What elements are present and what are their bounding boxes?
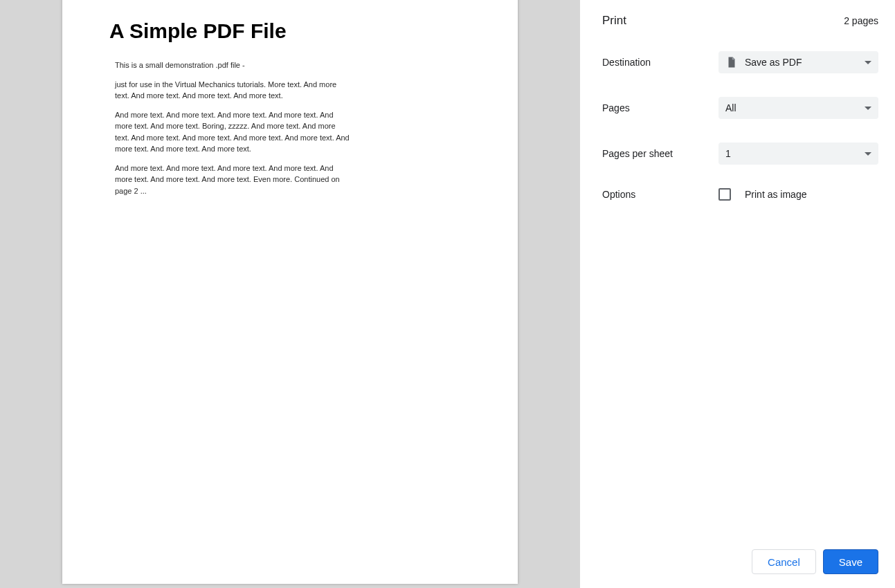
- file-icon: [725, 56, 738, 68]
- cancel-button[interactable]: Cancel: [752, 549, 816, 574]
- pages-row: Pages All: [602, 97, 878, 119]
- doc-paragraph: And more text. And more text. And more t…: [115, 163, 352, 197]
- print-sidebar: Print 2 pages Destination Save as PDF Pa…: [580, 0, 895, 588]
- pages-select[interactable]: All: [718, 97, 878, 119]
- chevron-down-icon: [865, 152, 871, 156]
- pages-value: All: [725, 102, 736, 113]
- doc-paragraph: And more text. And more text. And more t…: [115, 109, 352, 155]
- sidebar-header: Print 2 pages: [602, 14, 878, 28]
- doc-title: A Simple PDF File: [109, 19, 471, 43]
- pages-per-sheet-row: Pages per sheet 1: [602, 143, 878, 165]
- pages-per-sheet-label: Pages per sheet: [602, 148, 718, 159]
- page-preview: A Simple PDF File This is a small demons…: [62, 0, 518, 584]
- destination-value: Save as PDF: [745, 57, 802, 68]
- destination-label: Destination: [602, 57, 718, 68]
- pages-per-sheet-value: 1: [725, 148, 731, 159]
- page-count: 2 pages: [844, 15, 878, 26]
- doc-paragraph: This is a small demonstration .pdf file …: [115, 59, 352, 71]
- doc-paragraph: just for use in the Virtual Mechanics tu…: [115, 79, 352, 102]
- destination-select[interactable]: Save as PDF: [718, 51, 878, 73]
- print-as-image-label: Print as image: [745, 189, 806, 200]
- print-as-image-checkbox[interactable]: [718, 188, 731, 201]
- doc-body: This is a small demonstration .pdf file …: [109, 59, 352, 196]
- chevron-down-icon: [865, 61, 871, 64]
- preview-pane: A Simple PDF File This is a small demons…: [0, 0, 580, 588]
- options-label: Options: [602, 189, 718, 200]
- destination-row: Destination Save as PDF: [602, 51, 878, 73]
- pages-label: Pages: [602, 102, 718, 113]
- pages-per-sheet-select[interactable]: 1: [718, 143, 878, 165]
- options-row: Options Print as image: [602, 188, 878, 201]
- footer-buttons: Cancel Save: [602, 549, 878, 577]
- chevron-down-icon: [865, 107, 871, 110]
- save-button[interactable]: Save: [823, 549, 878, 574]
- print-title: Print: [602, 14, 626, 28]
